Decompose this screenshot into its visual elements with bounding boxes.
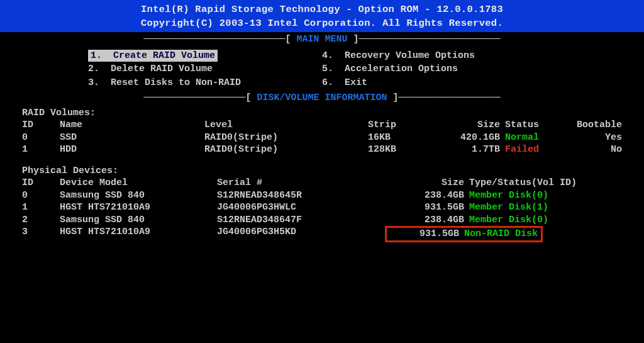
menu-item-create-raid[interactable]: 1. Create RAID Volume xyxy=(88,49,322,63)
main-menu: 1. Create RAID Volume 2. Delete RAID Vol… xyxy=(0,47,644,91)
phys-hdr-status: Type/Status(Vol ID) xyxy=(469,177,622,189)
raid-hdr-strip: Strip xyxy=(368,119,431,132)
raid-hdr-size: Size xyxy=(431,119,505,132)
content-area: RAID Volumes: ID Name Level Strip Size S… xyxy=(0,106,644,244)
raid-header-row: ID Name Level Strip Size Status Bootable xyxy=(22,119,622,132)
header-title: Intel(R) Rapid Storage Technology - Opti… xyxy=(0,3,644,16)
physical-row[interactable]: 0 Samsung SSD 840 S12RNEAD348645R 238.4G… xyxy=(22,189,622,202)
phys-hdr-serial: Serial # xyxy=(217,177,390,189)
main-menu-title-row: ─────────────────────────[ MAIN MENU ]──… xyxy=(0,32,644,47)
status-badge: Member Disk(1) xyxy=(469,201,622,214)
physical-row[interactable]: 1 HGST HTS721010A9 JG40006PG3HWLC 931.5G… xyxy=(22,201,622,214)
raid-hdr-status: Status xyxy=(505,119,565,132)
phys-hdr-size: Size xyxy=(390,177,469,189)
status-badge: Member Disk(0) xyxy=(469,189,622,202)
header-bar: Intel(R) Rapid Storage Technology - Opti… xyxy=(0,0,644,32)
phys-hdr-model: Device Model xyxy=(60,177,217,189)
menu-item-reset-disks[interactable]: 3. Reset Disks to Non-RAID xyxy=(88,76,322,90)
physical-header-row: ID Device Model Serial # Size Type/Statu… xyxy=(22,177,622,189)
raid-hdr-name: Name xyxy=(60,119,204,132)
raid-row[interactable]: 0 SSD RAID0(Stripe) 16KB 420.1GB Normal … xyxy=(22,132,622,144)
physical-devices-table: ID Device Model Serial # Size Type/Statu… xyxy=(22,177,622,242)
raid-hdr-id: ID xyxy=(22,119,60,132)
disk-info-title: DISK/VOLUME INFORMATION xyxy=(257,93,387,103)
main-menu-title: MAIN MENU xyxy=(296,34,347,45)
raid-hdr-level: Level xyxy=(204,119,368,132)
raid-volumes-label: RAID Volumes: xyxy=(22,107,622,120)
menu-item-delete-raid[interactable]: 2. Delete RAID Volume xyxy=(88,62,322,76)
physical-row[interactable]: 3 HGST HTS721010A9 JG40006PG3H5KD 931.5G… xyxy=(22,226,622,242)
menu-item-exit[interactable]: 6. Exit xyxy=(322,76,556,90)
status-badge: Member Disk(0) xyxy=(469,214,622,227)
status-badge: Non-RAID Disk xyxy=(464,228,538,239)
status-badge: Failed xyxy=(505,143,565,156)
raid-row[interactable]: 1 HDD RAID0(Stripe) 128KB 1.7TB Failed N… xyxy=(22,143,622,156)
raid-hdr-boot: Bootable xyxy=(565,119,622,132)
physical-devices-label: Physical Devices: xyxy=(22,165,622,177)
disk-info-title-row: ──────────────────[ DISK/VOLUME INFORMAT… xyxy=(0,91,644,106)
menu-item-acceleration[interactable]: 5. Acceleration Options xyxy=(322,62,556,76)
highlight-annotation: 931.5GBNon-RAID Disk xyxy=(385,226,543,242)
phys-hdr-id: ID xyxy=(22,177,60,189)
menu-item-recovery[interactable]: 4. Recovery Volume Options xyxy=(322,49,556,63)
physical-row[interactable]: 2 Samsung SSD 840 S12RNEAD348647F 238.4G… xyxy=(22,214,622,227)
status-badge: Normal xyxy=(505,132,565,144)
raid-volumes-table: ID Name Level Strip Size Status Bootable… xyxy=(22,119,622,156)
header-copyright: Copyright(C) 2003-13 Intel Corporation. … xyxy=(0,16,644,30)
